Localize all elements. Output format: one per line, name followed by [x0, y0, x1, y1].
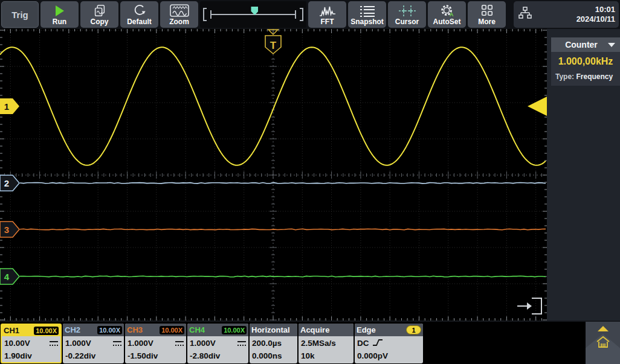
- svg-text:1: 1: [4, 101, 9, 112]
- play-icon: [56, 4, 64, 18]
- cursor-crosshair-icon: [398, 4, 417, 18]
- zoom-waveform-icon: [170, 4, 189, 18]
- trigger-box[interactable]: Edge 1 DC 0.000pV: [355, 324, 423, 363]
- svg-text:2: 2: [4, 178, 9, 188]
- horizontal-box[interactable]: Horizontal 200.0µs 0.000ns: [250, 324, 297, 363]
- dc-coupling-icon: [237, 341, 246, 346]
- trigger-level-value: 0.000pV: [357, 350, 421, 362]
- copy-button[interactable]: Copy: [80, 1, 118, 28]
- offset-div: -0.22div: [65, 351, 95, 360]
- svg-text:3: 3: [4, 225, 9, 235]
- memory-depth-value: 10k: [301, 350, 351, 362]
- clock-panel[interactable]: 10:01 2024/10/11: [514, 1, 619, 28]
- home-button[interactable]: [586, 334, 620, 350]
- counter-type: Type: Frequency: [551, 72, 620, 81]
- probe-attenuation-badge: 10.00X: [34, 327, 59, 335]
- right-bracket-icon: [300, 8, 303, 21]
- channel-name: CH3: [127, 325, 143, 334]
- home-icon: [595, 334, 611, 350]
- trigger-position-indicator[interactable]: [200, 1, 306, 28]
- ch4-waveform: [20, 276, 546, 276]
- chevron-up-icon[interactable]: [598, 326, 609, 331]
- channel-marker-3[interactable]: 3: [0, 222, 19, 237]
- graticule-and-waveforms: 1234T: [0, 29, 547, 321]
- probe-attenuation-badge: 10.00X: [97, 326, 122, 334]
- more-button[interactable]: More: [468, 1, 506, 28]
- copy-icon: [92, 4, 107, 18]
- volts-per-div: 1.000V: [65, 339, 91, 348]
- rising-edge-icon: [372, 338, 383, 349]
- top-toolbar: Trig Run Copy Default Zoom: [0, 0, 620, 29]
- fft-spectrum-icon: [318, 4, 337, 18]
- channel-name: CH1: [4, 326, 19, 335]
- snapshot-list-icon: [358, 4, 376, 18]
- counter-title: Counter: [565, 40, 606, 49]
- left-bracket-icon: [203, 8, 207, 21]
- offset-div: -2.80div: [190, 351, 220, 360]
- more-grid-icon: [480, 4, 494, 18]
- trigger-level-arrow[interactable]: [528, 97, 547, 116]
- svg-text:4: 4: [4, 272, 10, 282]
- dc-coupling-icon: [50, 341, 58, 346]
- channel-box-ch2[interactable]: CH210.00X1.000V-0.22div: [63, 324, 124, 363]
- channel-name: CH2: [65, 325, 80, 334]
- ch2-waveform: [20, 183, 546, 184]
- cursor-button[interactable]: Cursor: [388, 1, 426, 28]
- chevron-down-icon: [608, 43, 615, 47]
- counter-panel: 1.000,00kHz Type: Frequency: [551, 52, 620, 86]
- trigger-coupling: DC: [357, 339, 369, 348]
- trigger-source-badge: 1: [406, 325, 421, 334]
- ch3-waveform: [20, 229, 546, 229]
- trigger-type-title: Edge: [357, 325, 376, 334]
- offset-div: -1.50div: [128, 351, 158, 360]
- probe-attenuation-badge: 10.00X: [160, 326, 184, 334]
- channel-box-ch3[interactable]: CH310.00X1.000V-1.50div: [125, 324, 186, 363]
- network-icon: [517, 6, 533, 23]
- snapshot-button[interactable]: Snapshot: [348, 1, 386, 28]
- fft-button[interactable]: FFT: [308, 1, 346, 28]
- oscilloscope-app: Trig Run Copy Default Zoom: [0, 0, 620, 364]
- sidebar: Counter 1.000,00kHz Type: Frequency: [547, 29, 620, 321]
- volts-per-div: 1.000V: [128, 339, 153, 348]
- zoom-button[interactable]: Zoom: [160, 1, 198, 28]
- channel-marker-4[interactable]: 4: [0, 269, 19, 284]
- channel-marker-2[interactable]: 2: [0, 175, 19, 191]
- menu-corner-panel: [586, 322, 620, 364]
- counter-value: 1.000,00kHz: [551, 56, 620, 67]
- probe-attenuation-badge: 10.00X: [222, 326, 247, 334]
- svg-text:A: A: [449, 11, 453, 18]
- sample-rate-value: 2.5MSa/s: [301, 337, 351, 350]
- channel-marker-1[interactable]: 1: [0, 98, 19, 114]
- dc-coupling-icon: [113, 341, 121, 346]
- next-page-icon[interactable]: [517, 298, 541, 314]
- offset-div: 1.90div: [4, 351, 32, 360]
- timebase-value: 200.0µs: [252, 337, 295, 350]
- channel-name: CH4: [189, 325, 205, 334]
- horizontal-title: Horizontal: [251, 325, 290, 334]
- acquire-title: Acquire: [300, 325, 329, 334]
- waveform-display[interactable]: 1234T: [0, 29, 547, 321]
- volts-per-div: 1.000V: [190, 339, 216, 348]
- acquire-box[interactable]: Acquire 2.5MSa/s 10k: [299, 324, 354, 363]
- channel-box-ch4[interactable]: CH410.00X1.000V-2.80div: [187, 324, 248, 363]
- autoset-button[interactable]: A AutoSet: [428, 1, 466, 28]
- reset-icon: [132, 4, 147, 18]
- volts-per-div: 10.00V: [4, 339, 30, 348]
- dc-coupling-icon: [175, 341, 184, 346]
- default-button[interactable]: Default: [120, 1, 158, 28]
- date-text: 2024/10/11: [533, 14, 615, 24]
- channel-box-ch1[interactable]: CH110.00X10.00V1.90div: [1, 324, 62, 363]
- counter-dropdown[interactable]: Counter: [551, 37, 620, 52]
- time-text: 10:01: [533, 5, 615, 14]
- trigger-status-button[interactable]: Trig: [1, 1, 39, 28]
- svg-text:T: T: [270, 40, 277, 51]
- delay-value: 0.000ns: [252, 350, 295, 362]
- run-button[interactable]: Run: [40, 1, 79, 28]
- status-bar: CH110.00X10.00V1.90divCH210.00X1.000V-0.…: [0, 321, 620, 364]
- autoset-gear-icon: A: [439, 4, 455, 18]
